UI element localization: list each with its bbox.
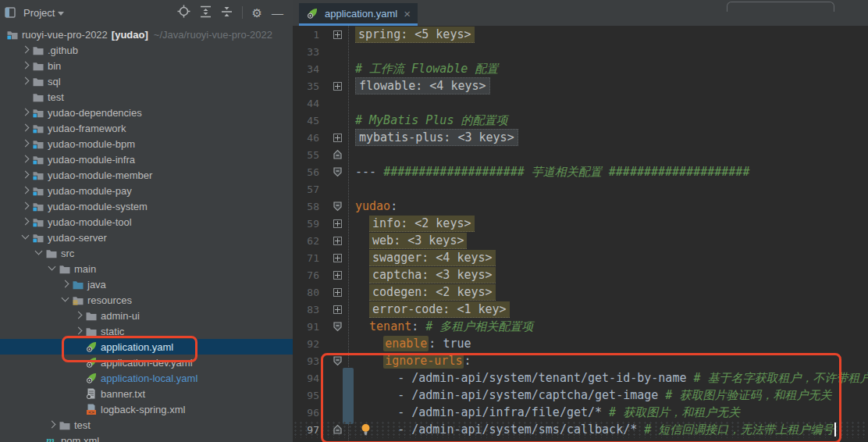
chevron-right-icon[interactable]: [20, 106, 32, 119]
chevron-right-icon[interactable]: [20, 184, 32, 197]
tree-item-yudao-module-pay[interactable]: yudao-module-pay: [0, 183, 293, 198]
chevron-right-icon[interactable]: [73, 309, 85, 322]
fold-expand-icon[interactable]: [330, 219, 344, 228]
expand-all-icon[interactable]: [200, 5, 212, 20]
code-line-83[interactable]: 83 error-code: <1 key>: [293, 301, 868, 318]
chevron-right-icon[interactable]: [46, 419, 59, 431]
tree-item-yudao-module-system[interactable]: yudao-module-system: [0, 198, 293, 214]
chevron-right-icon[interactable]: [20, 169, 32, 181]
code-line-93[interactable]: 93 ignore-urls:: [293, 352, 868, 369]
tree-item-src[interactable]: src: [0, 245, 293, 261]
fold-expand-icon[interactable]: [330, 30, 344, 39]
chevron-right-icon[interactable]: [20, 153, 32, 166]
code-line-45[interactable]: 45# MyBatis Plus 的配置项: [293, 112, 868, 129]
hide-panel-icon[interactable]: —: [272, 7, 283, 19]
tree-item-test[interactable]: test: [0, 89, 293, 105]
code-line-35[interactable]: 35flowable: <4 keys>: [293, 77, 868, 94]
code-text: ignore-urls:: [355, 354, 471, 368]
code-line-58[interactable]: 58yudao:: [293, 198, 868, 215]
code-line-80[interactable]: 80 codegen: <2 keys>: [293, 283, 868, 301]
tree-item-yudao-module-tool[interactable]: yudao-module-tool: [0, 214, 293, 230]
chevron-right-icon[interactable]: [20, 200, 32, 212]
tree-item-application-yaml[interactable]: application.yaml: [0, 339, 293, 355]
fold-expand-icon[interactable]: [330, 305, 344, 314]
editor-body[interactable]: 1spring: <5 keys>3334# 工作流 Flowable 配置35…: [293, 26, 868, 442]
code-line-94[interactable]: 94 - /admin-api/system/tenant/get-id-by-…: [293, 369, 868, 387]
chevron-down-icon[interactable]: [46, 262, 59, 275]
code-line-71[interactable]: 71 swagger: <4 keys>: [293, 249, 868, 266]
code-line-59[interactable]: 59 info: <2 keys>: [293, 215, 868, 232]
code-line-76[interactable]: 76 captcha: <3 keys>: [293, 266, 868, 283]
code-line-56[interactable]: 56--- #################### 芋道相关配置 ######…: [293, 163, 868, 180]
tree-item-yudao-server[interactable]: yudao-server: [0, 230, 293, 245]
tree-item-application-dev-yaml[interactable]: application-dev.yaml: [0, 355, 293, 370]
chevron-right-icon[interactable]: [20, 59, 32, 72]
intention-lightbulb-icon[interactable]: [360, 423, 372, 436]
tree-item-application-local-yaml[interactable]: application-local.yaml: [0, 370, 293, 386]
tree-item-yudao-module-bpm[interactable]: yudao-module-bpm: [0, 136, 293, 151]
collapse-all-icon[interactable]: [221, 5, 233, 20]
code-line-97[interactable]: 97 - /admin-api/system/sms/callback/* # …: [293, 421, 868, 438]
fold-end-icon[interactable]: [330, 149, 344, 160]
fold-expand-icon[interactable]: [330, 254, 344, 262]
chevron-right-icon[interactable]: [20, 137, 32, 150]
tab-close-icon[interactable]: ×: [404, 7, 411, 20]
code-line-62[interactable]: 62 web: <3 keys>: [293, 232, 868, 249]
fold-start-icon[interactable]: [330, 201, 344, 212]
fold-expand-icon[interactable]: [330, 271, 344, 280]
code-line-55[interactable]: 55: [293, 146, 868, 163]
code-line-95[interactable]: 95 - /admin-api/system/captcha/get-image…: [293, 387, 868, 404]
code-line-34[interactable]: 34# 工作流 Flowable 配置: [293, 60, 868, 77]
tree-item-admin-ui[interactable]: admin-ui: [0, 308, 293, 323]
code-segment-plain: [355, 233, 369, 248]
tree-item-main[interactable]: main: [0, 261, 293, 276]
settings-gear-icon[interactable]: ⚙: [252, 7, 262, 19]
fold-expand-icon[interactable]: [330, 134, 344, 142]
code-line-92[interactable]: 92 enable: true: [293, 335, 868, 352]
chevron-down-icon[interactable]: [20, 231, 32, 244]
chevron-right-icon[interactable]: [59, 278, 72, 291]
code-line-57[interactable]: 57: [293, 180, 868, 198]
code-segment-key: tenant: [369, 319, 411, 333]
chevron-right-icon[interactable]: [20, 75, 32, 87]
code-line-91[interactable]: 91 tenant: # 多租户相关配置项: [293, 318, 868, 335]
tree-item-test[interactable]: test: [0, 417, 293, 433]
project-panel-header: Project ⚙ —: [0, 0, 293, 25]
fold-expand-icon[interactable]: [330, 288, 344, 297]
tab-application-yaml[interactable]: application.yaml ×: [299, 3, 418, 26]
chevron-down-icon[interactable]: [33, 247, 45, 259]
tree-item-resources[interactable]: resources: [0, 292, 293, 308]
code-line-46[interactable]: 46mybatis-plus: <3 keys>: [293, 129, 868, 146]
code-line-33[interactable]: 33: [293, 43, 868, 60]
tree-item-static[interactable]: static: [0, 323, 293, 339]
locate-file-icon[interactable]: [177, 5, 190, 20]
tree-item-pom-xml[interactable]: mpom.xml: [0, 433, 293, 442]
code-line-44[interactable]: 44: [293, 94, 868, 112]
code-line-1[interactable]: 1spring: <5 keys>: [293, 26, 868, 43]
tree-item-yudao-module-member[interactable]: yudao-module-member: [0, 167, 293, 183]
tree-item-bin[interactable]: bin: [0, 58, 293, 73]
fold-end-icon[interactable]: [330, 424, 344, 435]
tree-item-yudao-module-infra[interactable]: yudao-module-infra: [0, 151, 293, 167]
tree-item-logback-spring-xml[interactable]: <>logback-spring.xml: [0, 401, 293, 417]
code-segment-plain: [355, 216, 369, 230]
chevron-right-icon[interactable]: [20, 44, 32, 56]
fold-expand-icon[interactable]: [330, 82, 344, 91]
tree-item-sql[interactable]: sql: [0, 73, 293, 89]
tree-item-banner-txt[interactable]: banner.txt: [0, 386, 293, 401]
fold-start-icon[interactable]: [330, 321, 344, 332]
chevron-right-icon[interactable]: [20, 216, 32, 228]
panel-title-dropdown-icon[interactable]: [58, 12, 64, 16]
chevron-down-icon[interactable]: [59, 294, 72, 306]
chevron-right-icon[interactable]: [20, 122, 32, 134]
fold-start-icon[interactable]: [330, 166, 344, 177]
tree-item-yudao-framework[interactable]: yudao-framework: [0, 120, 293, 136]
tree-item-yudao-dependencies[interactable]: yudao-dependencies: [0, 105, 293, 120]
tree-item-ruoyi-vue-pro-2022[interactable]: ruoyi-vue-pro-2022[yudao]~/Java/ruoyi-vu…: [0, 27, 293, 42]
fold-expand-icon[interactable]: [330, 237, 344, 245]
chevron-right-icon[interactable]: [73, 325, 85, 337]
fold-start-icon[interactable]: [330, 355, 344, 366]
code-line-96[interactable]: 96 - /admin-api/infra/file/get/* # 获取图片，…: [293, 404, 868, 421]
tree-item--github[interactable]: .github: [0, 42, 293, 58]
tree-item-java[interactable]: java: [0, 276, 293, 292]
